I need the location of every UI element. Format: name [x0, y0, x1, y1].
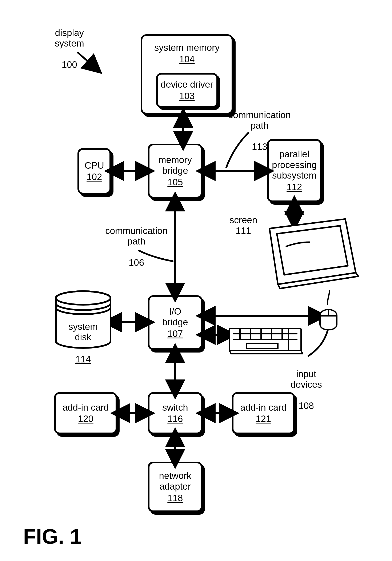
- memory-bridge-num: 105: [167, 177, 183, 187]
- addin-120-label: add-in card: [63, 402, 109, 413]
- comm-path-106-text: communication path: [105, 226, 168, 247]
- svg-point-14: [56, 291, 111, 305]
- screen-num: 111: [236, 226, 251, 236]
- io-bridge-box: I/O bridge 107: [148, 295, 202, 350]
- comm-path-113-num: 113: [252, 141, 267, 152]
- network-adapter-box: network adapter 118: [148, 462, 202, 512]
- screen-icon: [269, 219, 358, 289]
- screen-text: screen: [230, 215, 257, 225]
- io-bridge-num: 107: [167, 329, 183, 339]
- comm-path-113-text: communication path: [228, 110, 291, 131]
- device-driver-num: 103: [179, 91, 194, 101]
- input-devices-text: input devices: [291, 369, 322, 390]
- cpu-label: CPU: [85, 160, 104, 171]
- addin-card-120-box: add-in card 120: [54, 392, 117, 434]
- system-disk-text: system disk: [68, 321, 98, 342]
- system-disk-num: 114: [75, 354, 91, 365]
- switch-box: switch 116: [148, 392, 202, 434]
- svg-rect-24: [246, 343, 278, 348]
- pps-num: 112: [286, 182, 302, 192]
- comm-path-113-label: communication path 113: [228, 99, 291, 152]
- input-devices-num: 108: [298, 400, 314, 411]
- net-adapter-num: 118: [167, 493, 183, 503]
- input-devices-label: input devices 108: [291, 358, 322, 411]
- io-bridge-label: I/O bridge: [162, 306, 188, 327]
- addin-121-num: 121: [255, 414, 271, 424]
- cpu-box: CPU 102: [77, 148, 111, 194]
- display-system-label: display system 100: [55, 17, 84, 70]
- device-driver-box: device driver 103: [156, 73, 218, 108]
- diagram-canvas: system memory 104 device driver 103 CPU …: [0, 0, 392, 561]
- display-system-num: 100: [62, 59, 77, 70]
- system-memory-num: 104: [179, 54, 194, 65]
- system-memory-box: system memory 104 device driver 103: [141, 34, 233, 114]
- system-memory-label: system memory: [154, 42, 220, 53]
- addin-120-num: 120: [78, 414, 93, 424]
- comm-path-106-label: communication path 106: [105, 215, 168, 268]
- cpu-num: 102: [86, 172, 102, 182]
- comm-path-106-num: 106: [129, 257, 144, 268]
- memory-bridge-label: memory bridge: [159, 155, 192, 176]
- addin-121-label: add-in card: [240, 402, 286, 413]
- display-system-text: display system: [55, 28, 84, 49]
- keyboard-icon: [230, 329, 303, 354]
- figure-label: FIG. 1: [23, 524, 82, 549]
- net-adapter-label: network adapter: [159, 470, 191, 492]
- device-driver-label: device driver: [161, 79, 213, 90]
- system-disk-label: system disk 114: [68, 311, 98, 365]
- mouse-icon: [320, 291, 337, 330]
- switch-num: 116: [167, 414, 183, 424]
- svg-point-13: [56, 291, 111, 305]
- memory-bridge-box: memory bridge 105: [148, 144, 202, 198]
- addin-card-121-box: add-in card 121: [232, 392, 295, 434]
- switch-label: switch: [162, 402, 188, 413]
- screen-label: screen 111: [230, 215, 257, 236]
- svg-rect-15: [230, 329, 301, 351]
- pps-label: parallel processing subsystem: [272, 149, 317, 181]
